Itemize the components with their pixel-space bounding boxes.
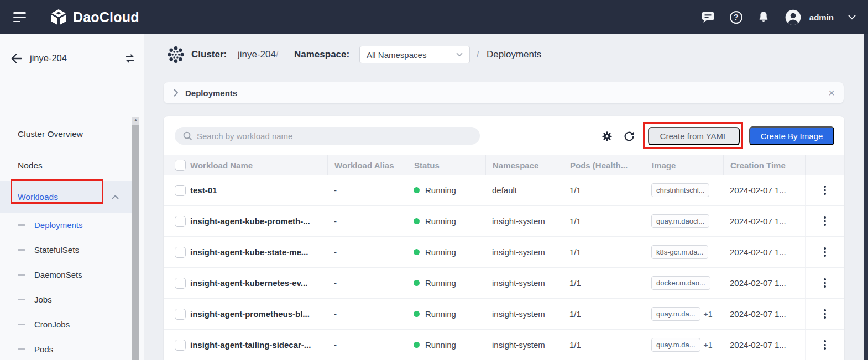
- workload-name-link[interactable]: insight-agent-tailing-sidecar-...: [190, 340, 311, 350]
- workload-alias-cell: -: [327, 299, 407, 329]
- image-chip: quay.m.da...: [651, 338, 700, 352]
- row-checkbox[interactable]: [175, 309, 186, 320]
- close-icon[interactable]: ×: [828, 87, 835, 98]
- row-checkbox[interactable]: [175, 247, 186, 258]
- create-from-yaml-button[interactable]: Create from YAML: [648, 127, 740, 145]
- image-extra-count: +1: [704, 341, 713, 350]
- creation-time-cell: 2024-02-07 1...: [723, 330, 805, 360]
- row-checkbox[interactable]: [175, 340, 186, 351]
- status-label: Running: [425, 247, 456, 257]
- image-chip: k8s-gcr.m.da...: [651, 245, 708, 259]
- row-actions-kebab-icon[interactable]: [822, 183, 828, 197]
- sidebar-item-jobs[interactable]: Jobs: [0, 287, 132, 312]
- status-dot-icon: [414, 280, 420, 286]
- image-cell: quay.m.da...+1: [645, 330, 723, 360]
- row-actions-kebab-icon[interactable]: [822, 338, 828, 352]
- sidebar-item-daemonsets[interactable]: DaemonSets: [0, 262, 132, 287]
- row-actions-kebab-icon[interactable]: [822, 214, 828, 228]
- dash-icon: [18, 224, 25, 226]
- user-menu-chevron-down-icon[interactable]: [848, 15, 856, 20]
- row-checkbox[interactable]: [175, 278, 186, 289]
- chat-icon[interactable]: [700, 10, 715, 24]
- chevron-up-icon: [112, 195, 119, 199]
- gear-icon[interactable]: [601, 130, 613, 142]
- image-cell: quay.m.daocl...: [645, 206, 723, 236]
- column-header-namespace[interactable]: Namespace: [485, 155, 563, 175]
- notifications-bell-icon[interactable]: [757, 10, 770, 24]
- image-extra-count: +1: [704, 310, 713, 319]
- search-box[interactable]: [175, 127, 480, 145]
- hamburger-menu-icon[interactable]: [13, 12, 27, 22]
- sidebar-item-pods[interactable]: Pods: [0, 337, 132, 360]
- brand[interactable]: DaoCloud: [50, 0, 139, 34]
- status-label: Running: [425, 309, 456, 319]
- column-header-pods[interactable]: Pods (Health...: [563, 155, 645, 175]
- status-dot-icon: [414, 311, 420, 317]
- topbar-right: ? admin: [700, 0, 856, 34]
- workload-name-link[interactable]: insight-agent-kubernetes-ev...: [190, 278, 307, 288]
- sidebar-item-label: Deployments: [34, 220, 83, 230]
- row-checkbox[interactable]: [175, 185, 186, 196]
- workload-name-link[interactable]: insight-agent-kube-prometh-...: [190, 216, 310, 226]
- cluster-value: jinye-204: [238, 49, 276, 60]
- sidebar-item-label: Nodes: [18, 161, 43, 171]
- refresh-icon[interactable]: [623, 130, 635, 142]
- switch-cluster-icon[interactable]: [124, 52, 136, 65]
- image-chip: quay.m.daocl...: [651, 214, 709, 228]
- status-dot-icon: [414, 218, 420, 224]
- header-separator: /: [276, 50, 278, 60]
- breadcrumb-label: Deployments: [185, 88, 237, 98]
- sidebar-item-statefulsets[interactable]: StatefulSets: [0, 237, 132, 262]
- brand-name: DaoCloud: [73, 9, 139, 25]
- column-header-image[interactable]: Image: [645, 155, 723, 175]
- column-header-creation-time[interactable]: Creation Time: [723, 155, 805, 175]
- header-separator: /: [477, 50, 479, 60]
- namespace-selected-value: All Namespaces: [367, 50, 456, 60]
- sidebar-item-nodes[interactable]: Nodes: [0, 150, 132, 181]
- column-header-workload-name[interactable]: Workload Name: [190, 155, 327, 175]
- search-input[interactable]: [197, 131, 457, 141]
- status-dot-icon: [414, 187, 420, 193]
- status-dot-icon: [414, 249, 420, 255]
- dash-icon: [18, 324, 25, 325]
- row-actions-kebab-icon[interactable]: [822, 276, 828, 290]
- table-row: test-01 - Running default 1/1 chrstnhnts…: [164, 175, 844, 206]
- breadcrumb-chevron-right-icon[interactable]: [174, 89, 179, 97]
- image-chip: chrstnhntschl...: [651, 183, 709, 197]
- workload-alias-cell: -: [327, 175, 407, 205]
- help-icon[interactable]: ?: [730, 11, 742, 24]
- scrollbar-thumb[interactable]: [132, 125, 139, 360]
- column-header-workload-alias[interactable]: Workload Alias: [327, 155, 407, 175]
- dash-icon: [18, 249, 25, 251]
- search-icon: [182, 131, 192, 141]
- workload-name-link[interactable]: insight-agent-prometheus-bl...: [190, 309, 310, 319]
- username-label: admin: [809, 13, 834, 22]
- row-actions-kebab-icon[interactable]: [822, 245, 828, 259]
- sidebar-header: jinye-204: [0, 34, 144, 83]
- column-header-status[interactable]: Status: [407, 155, 485, 175]
- workload-name-link[interactable]: insight-agent-kube-state-me...: [190, 247, 308, 257]
- daocloud-logo-icon: [50, 9, 67, 25]
- create-by-image-button[interactable]: Create By Image: [749, 126, 834, 145]
- sidebar-item-cronjobs[interactable]: CronJobs: [0, 312, 132, 337]
- sidebar-item-label: StatefulSets: [34, 245, 79, 255]
- sidebar-scrollbar[interactable]: ▲: [132, 117, 139, 360]
- namespace-select[interactable]: All Namespaces: [359, 46, 470, 63]
- sidebar-item-label: CronJobs: [34, 320, 70, 329]
- pods-cell: 1/1: [563, 330, 645, 360]
- select-all-checkbox[interactable]: [175, 160, 186, 171]
- row-actions-kebab-icon[interactable]: [822, 307, 828, 321]
- workload-name-link[interactable]: test-01: [190, 186, 217, 195]
- sidebar-item-deployments[interactable]: Deployments: [0, 213, 132, 237]
- scrollbar-up-arrow-icon[interactable]: ▲: [132, 118, 139, 123]
- table-row: insight-agent-kube-prometh-... - Running…: [164, 206, 844, 237]
- creation-time-cell: 2024-02-07 1...: [723, 299, 805, 329]
- avatar[interactable]: [785, 9, 802, 26]
- sidebar-item-workloads[interactable]: Workloads: [0, 181, 132, 213]
- sidebar-item-cluster-overview[interactable]: Cluster Overview: [0, 118, 132, 150]
- namespace-cell: default: [485, 175, 563, 205]
- row-checkbox[interactable]: [175, 216, 186, 227]
- back-arrow-icon[interactable]: [10, 52, 23, 65]
- status-cell: Running: [407, 299, 485, 329]
- page-scrollbar[interactable]: [864, 34, 868, 360]
